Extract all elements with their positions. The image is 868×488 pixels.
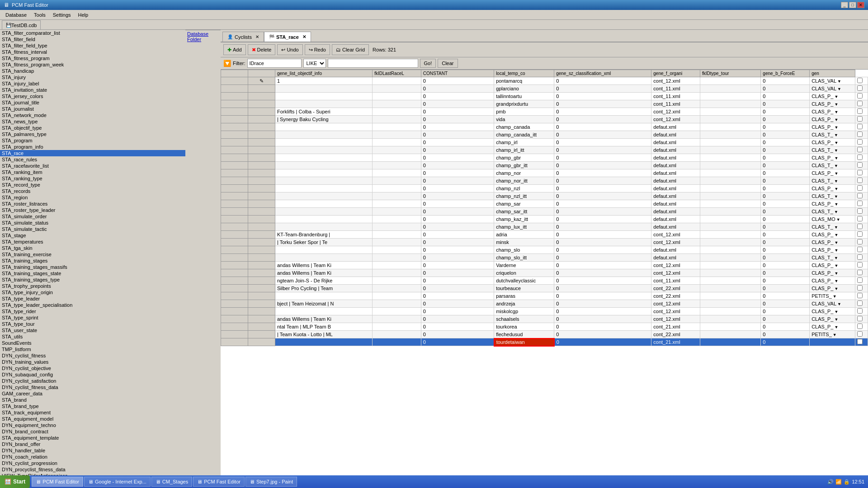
cell[interactable]: 0 — [421, 185, 494, 192]
filter-value-input[interactable] — [328, 59, 418, 68]
cell[interactable]: defaut.xml — [651, 185, 700, 192]
taskbar-item[interactable]: 🖥PCM Fast Editor — [32, 477, 83, 487]
cell[interactable]: 0 — [761, 323, 810, 331]
cell[interactable]: 0 — [761, 85, 810, 93]
cell-dropdown-icon[interactable]: ▼ — [834, 225, 838, 230]
cell[interactable]: defaut.xml — [651, 200, 700, 208]
cell[interactable]: 0 — [421, 85, 494, 93]
sidebar-item-sta_injury_label[interactable]: STA_injury_label — [0, 80, 185, 87]
table-row[interactable]: Silber Pro Cycling | Team0tourbeauce0con… — [221, 285, 868, 292]
add-button[interactable]: ✚ Add — [223, 44, 246, 55]
sidebar-item-sta_type_leader_specialisation[interactable]: STA_type_leader_specialisation — [0, 302, 185, 308]
cell-checkbox[interactable] — [855, 123, 868, 131]
cell[interactable]: schaalsels — [494, 315, 554, 323]
cell-dropdown-icon[interactable]: ▼ — [834, 317, 838, 322]
cell[interactable]: 0 — [421, 116, 494, 123]
cell[interactable]: 0 — [761, 331, 810, 338]
sidebar-item-sta_invitation_state[interactable]: STA_invitation_state — [0, 87, 185, 93]
sidebar-item-dyn_handler_table[interactable]: DYN_handler_table — [0, 447, 185, 454]
cell[interactable]: 0 — [761, 277, 810, 285]
cell[interactable]: 1 — [275, 77, 373, 85]
cell[interactable] — [275, 185, 373, 192]
cell[interactable] — [373, 300, 421, 308]
cell[interactable] — [373, 323, 421, 331]
cell[interactable]: champ_irl — [494, 139, 554, 146]
sidebar-item-dyn_brand_contract[interactable]: DYN_brand_contract — [0, 428, 185, 435]
cell[interactable]: Varderne — [494, 262, 554, 269]
filter-clear-button[interactable]: Clear — [438, 59, 458, 68]
cell[interactable]: 0 — [761, 223, 810, 231]
table-row[interactable]: 0champ_gbr0defaut.xml0CLAS_P_▼ — [221, 154, 868, 162]
cell-checkbox[interactable] — [855, 323, 868, 331]
cell-checkbox[interactable] — [855, 300, 868, 308]
cell[interactable]: 0 — [761, 200, 810, 208]
sidebar-item-sta_fitness_program[interactable]: STA_fitness_program — [0, 55, 185, 61]
cell[interactable]: 0 — [421, 146, 494, 154]
cell[interactable]: defaut.xml — [651, 192, 700, 200]
cell[interactable]: 0 — [421, 223, 494, 231]
cell-checkbox[interactable] — [855, 200, 868, 208]
sidebar-item-sta_region[interactable]: STA_region — [0, 194, 185, 201]
sidebar-item-dyn_coach_relation[interactable]: DYN_coach_relation — [0, 454, 185, 460]
table-row[interactable]: andas Willems | Team Ki0criquelon0cont_1… — [221, 269, 868, 277]
sidebar-item-sta_filter_comparator_list[interactable]: STA_filter_comparator_list — [0, 30, 185, 36]
sidebar-item-sta_jersey_colors[interactable]: STA_jersey_colors — [0, 93, 185, 99]
cell[interactable] — [275, 308, 373, 315]
cell[interactable]: 0 — [421, 169, 494, 177]
cell[interactable] — [700, 315, 760, 323]
cell[interactable]: | Synergy Baku Cycling — [275, 116, 373, 123]
cell-checkbox[interactable] — [855, 277, 868, 285]
table-row[interactable]: 0grandprixdurtu0cont_11.xml0CLAS_P_▼ — [221, 100, 868, 108]
cell-checkbox[interactable] — [855, 231, 868, 239]
cell[interactable] — [373, 246, 421, 254]
cell[interactable] — [700, 269, 760, 277]
cell[interactable]: CLAS_P_▼ — [810, 239, 855, 246]
cell[interactable]: Silber Pro Cycling | Team — [275, 285, 373, 292]
sidebar-item-sta_brand[interactable]: STA_brand — [0, 397, 185, 403]
cell[interactable]: 0 — [554, 131, 651, 139]
cell[interactable]: 0 — [761, 139, 810, 146]
cell-checkbox[interactable] — [855, 315, 868, 323]
cell[interactable]: cont_12.xml — [651, 231, 700, 239]
cell[interactable]: pmb — [494, 108, 554, 116]
cell[interactable]: CLAS_P_▼ — [810, 262, 855, 269]
cell[interactable]: 0 — [421, 200, 494, 208]
cell[interactable]: grandprixdurtu — [494, 100, 554, 108]
sidebar-item-soundevents[interactable]: SoundEvents — [0, 340, 185, 346]
cell[interactable] — [700, 254, 760, 262]
cell[interactable] — [700, 331, 760, 338]
table-row[interactable]: 0champ_slo0defaut.xml0CLAS_P_▼ — [221, 246, 868, 254]
cell[interactable]: 0 — [421, 323, 494, 331]
cell[interactable]: 0 — [761, 262, 810, 269]
cell[interactable]: tourbeauce — [494, 285, 554, 292]
cell[interactable]: 0 — [554, 223, 651, 231]
sidebar-item-sta_trophy_prepoints[interactable]: STA_trophy_prepoints — [0, 283, 185, 289]
cell[interactable]: 0 — [761, 162, 810, 169]
tab-cyclists[interactable]: 👤 Cyclists ✕ — [222, 32, 264, 42]
cell[interactable]: 0 — [421, 108, 494, 116]
cell[interactable]: 0 — [761, 146, 810, 154]
cell[interactable]: 0 — [554, 277, 651, 285]
cell-dropdown-icon[interactable]: ▼ — [837, 87, 841, 91]
cell[interactable] — [373, 262, 421, 269]
cell[interactable] — [700, 77, 760, 85]
cell[interactable]: CLAS_P_▼ — [810, 93, 855, 100]
cell[interactable]: 0 — [554, 254, 651, 262]
cell[interactable] — [700, 308, 760, 315]
cell[interactable]: 0 — [761, 208, 810, 216]
cell[interactable] — [373, 285, 421, 292]
cell[interactable]: 0 — [761, 100, 810, 108]
cell[interactable]: tallinntoartu — [494, 93, 554, 100]
cell[interactable] — [700, 162, 760, 169]
sidebar-item-sta_simulate_status[interactable]: STA_simulate_status — [0, 220, 185, 226]
col-header-gen[interactable]: gen — [810, 70, 855, 77]
start-button[interactable]: 🪟 Start — [0, 475, 30, 488]
cell[interactable]: defaut.xml — [651, 246, 700, 254]
cell[interactable]: criquelon — [494, 269, 554, 277]
minimize-button[interactable]: _ — [841, 2, 848, 8]
table-row[interactable]: 0gplarciano0cont_11.xml0CLAS_VAL▼ — [221, 85, 868, 93]
col-header-constant[interactable]: CONSTANT — [421, 70, 494, 77]
cell[interactable] — [700, 246, 760, 254]
table-row[interactable]: 0champ_nor_itt0defaut.xml0CLAS_T_▼ — [221, 177, 868, 185]
cell[interactable] — [700, 292, 760, 300]
